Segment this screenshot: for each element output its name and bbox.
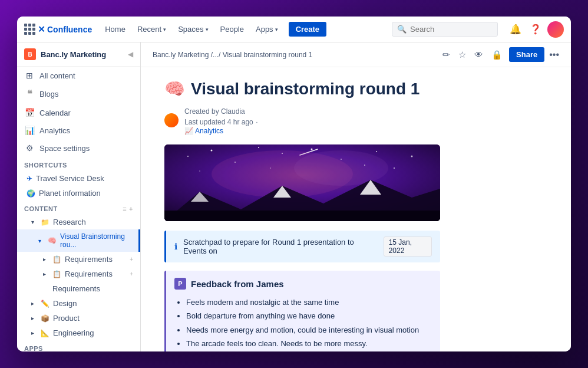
star-button[interactable]: ☆: [457, 48, 468, 62]
all-content-icon: ⊞: [24, 71, 35, 80]
content-action-add[interactable]: +: [129, 205, 133, 212]
sidebar-item-all-content[interactable]: ⊞ All content: [17, 67, 140, 84]
page-title: 🧠 Visual brainstorming round 1: [164, 79, 547, 98]
help-button[interactable]: ❓: [527, 21, 544, 38]
grid-icon: [24, 24, 35, 35]
sidebar-collapse-icon[interactable]: ◀: [128, 50, 133, 58]
chevron-right-icon: ▸: [43, 271, 49, 277]
brainstorming-icon: 🧠: [48, 236, 57, 245]
create-button[interactable]: Create: [289, 22, 326, 37]
toolbar-icons: ✏ ☆ 👁 🔒 Share •••: [441, 47, 559, 62]
svg-marker-22: [164, 211, 440, 221]
user-avatar[interactable]: [547, 21, 564, 38]
calendar-icon: 📅: [24, 108, 35, 117]
info-icon: ℹ: [174, 242, 177, 251]
feedback-icon: P: [174, 278, 186, 290]
svg-point-5: [311, 149, 313, 150]
feedback-item-1: Feels modern and nostalgic at the same t…: [186, 295, 432, 309]
requirements-icon: 📋: [52, 255, 61, 264]
info-panel: ℹ Scratchpad to prepare for Round 1 pres…: [164, 231, 440, 262]
tree-requirements-3[interactable]: Requirements: [17, 281, 140, 296]
tree-requirements-1[interactable]: ▸ 📋 Requirements +: [17, 252, 140, 267]
nav-home[interactable]: Home: [101, 22, 129, 36]
tree-research[interactable]: ▾ 📁 Research: [17, 215, 140, 229]
research-folder-icon: 📁: [41, 218, 49, 226]
chevron-down-icon: ▾: [31, 219, 37, 225]
nav-icon-group: 🔔 ❓: [507, 21, 564, 38]
engineering-icon: 📐: [41, 329, 49, 337]
space-icon: B: [24, 48, 36, 60]
settings-icon: ⚙: [24, 143, 35, 153]
main-content: Banc.ly Marketing /.../ Visual brainstor…: [141, 42, 571, 351]
travel-icon: ✈: [27, 175, 32, 183]
chevron-right-icon: ▸: [31, 300, 37, 307]
chevron-right-icon: ▸: [43, 256, 49, 262]
author-name: Created by Claudia: [184, 107, 245, 116]
share-button[interactable]: Share: [509, 47, 544, 62]
design-icon: ✏️: [41, 300, 49, 308]
content-action-collapse[interactable]: ≡: [123, 205, 127, 212]
watch-button[interactable]: 👁: [473, 48, 485, 61]
feedback-item-3: Needs more energy and motion, could be i…: [186, 323, 432, 337]
sidebar-item-travel-service-desk[interactable]: ✈ Travel Service Desk: [17, 171, 140, 186]
last-updated: Last updated 4 hr ago: [184, 118, 253, 126]
feedback-title: Feedback from James: [191, 279, 284, 289]
add-item-icon[interactable]: +: [130, 256, 133, 262]
sidebar-item-blogs[interactable]: ❝ Blogs: [17, 84, 140, 104]
feedback-header: P Feedback from James: [174, 278, 432, 290]
title-emoji: 🧠: [164, 79, 185, 98]
requirements2-icon: 📋: [52, 270, 61, 278]
analytics-link[interactable]: 📈 Analytics: [184, 127, 258, 135]
content-section-header: CONTENT ≡ +: [17, 201, 140, 215]
edit-button[interactable]: ✏: [441, 48, 452, 62]
search-input[interactable]: [410, 25, 493, 34]
chevron-right-icon: ▸: [31, 330, 37, 336]
meta-info: Created by Claudia Last updated 4 hr ago…: [184, 106, 258, 135]
hero-image: [164, 144, 440, 221]
svg-point-1: [187, 156, 189, 157]
tree-requirements-2[interactable]: ▸ 📋 Requirements +: [17, 267, 140, 281]
sidebar-item-planet-info[interactable]: 🌍 Planet information: [17, 186, 140, 201]
confluence-logo: ✕ Confluence: [38, 24, 92, 35]
notifications-button[interactable]: 🔔: [507, 21, 524, 38]
tree-product[interactable]: ▸ 📦 Product: [17, 311, 140, 326]
breadcrumb: Banc.ly Marketing /.../ Visual brainstor…: [153, 51, 436, 59]
title-text: Visual brainstorming round 1: [191, 80, 419, 98]
search-box[interactable]: 🔍: [392, 22, 498, 37]
svg-point-7: [376, 151, 377, 152]
tree-engineering[interactable]: ▸ 📐 Engineering: [17, 326, 140, 340]
nav-spaces[interactable]: Spaces ▾: [174, 22, 212, 36]
tree-design[interactable]: ▸ ✏️ Design: [17, 296, 140, 311]
content-section-actions: ≡ +: [123, 205, 133, 212]
nav-people[interactable]: People: [217, 22, 247, 36]
feedback-item-2: Bold departure from anything we have don…: [186, 309, 432, 323]
nav-logo[interactable]: ✕ Confluence: [24, 24, 92, 35]
product-icon: 📦: [41, 314, 49, 323]
analytics-icon: 📊: [24, 126, 35, 135]
sidebar-space-header[interactable]: B Banc.ly Marketing ◀: [17, 42, 140, 67]
more-options-button[interactable]: •••: [549, 50, 559, 60]
sidebar-item-analytics[interactable]: 📊 Analytics: [17, 121, 140, 139]
svg-point-2: [211, 150, 213, 152]
sidebar-item-space-settings[interactable]: ⚙ Space settings: [17, 139, 140, 157]
nav-apps[interactable]: Apps ▾: [252, 22, 282, 36]
feedback-item-4: The arcade feels too clean. Needs to be …: [186, 337, 432, 350]
sidebar-item-calendar[interactable]: 📅 Calendar: [17, 104, 140, 121]
page-meta: Created by Claudia Last updated 4 hr ago…: [164, 106, 547, 135]
info-text: Scratchpad to prepare for Round 1 presen…: [183, 238, 375, 255]
page-body: 🧠 Visual brainstorming round 1 Created b…: [141, 67, 571, 351]
add-item2-icon[interactable]: +: [130, 271, 133, 277]
svg-point-8: [411, 156, 413, 157]
author-avatar: [164, 113, 179, 127]
sidebar: B Banc.ly Marketing ◀ ⊞ All content ❝ Bl…: [17, 42, 141, 351]
chevron-down-icon: ▾: [38, 238, 44, 244]
mountains-decoration: [164, 168, 440, 221]
chevron-right-icon: ▸: [31, 315, 37, 321]
tree-visual-brainstorming[interactable]: ▾ 🧠 Visual Brainstorming rou...: [17, 229, 140, 252]
search-icon: 🔍: [397, 25, 407, 34]
restrict-button[interactable]: 🔒: [490, 48, 504, 62]
page-toolbar: Banc.ly Marketing /.../ Visual brainstor…: [141, 42, 571, 67]
nav-recent[interactable]: Recent ▾: [134, 22, 170, 36]
space-name: Banc.ly Marketing: [41, 50, 106, 59]
feedback-list: Feels modern and nostalgic at the same t…: [174, 295, 432, 351]
